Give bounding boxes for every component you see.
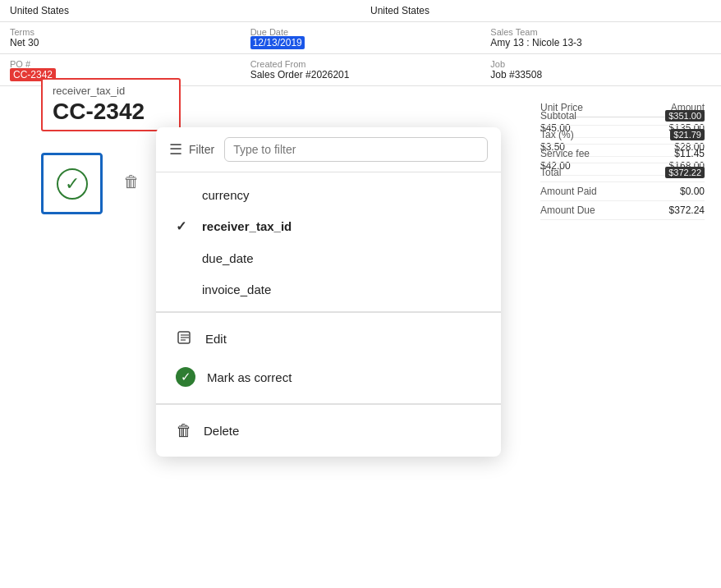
amount-due-label: Amount Due	[540, 204, 595, 216]
due-date-highlight: 12/13/2019	[250, 36, 305, 49]
total-value: $372.22	[665, 167, 705, 178]
amount-paid-value: $0.00	[680, 186, 705, 197]
edit-icon	[176, 329, 194, 347]
terms-cell: Terms Net 30	[0, 22, 241, 53]
receiver-tax-id-label: receiver_tax_id	[53, 85, 125, 97]
delete-label: Delete	[204, 424, 239, 438]
filter-icon: ☰	[169, 140, 182, 158]
delete-icon: 🗑	[176, 421, 192, 440]
filter-label: Filter	[189, 143, 214, 156]
us-cell-2: United States	[360, 0, 721, 21]
field-item-receiver-tax-id[interactable]: ✓ receiver_tax_id	[156, 210, 501, 242]
tax-label: Tax (%)	[540, 129, 574, 140]
delete-action[interactable]: 🗑 Delete	[156, 411, 501, 450]
field-list: currency ✓ receiver_tax_id due_date invo…	[156, 172, 501, 312]
check-mark-receiver-tax-id: ✓	[176, 218, 192, 234]
field-item-due-date[interactable]: due_date	[156, 242, 501, 273]
invoice-header-table: United States United States Terms Net 30…	[0, 0, 721, 86]
edit-action[interactable]: Edit	[156, 319, 501, 357]
mark-correct-icon: ✓	[176, 367, 195, 387]
edit-label: Edit	[205, 332, 227, 346]
check-mark-due-date	[176, 250, 192, 265]
amount-paid-row: Amount Paid $0.00	[540, 182, 705, 201]
field-label-due-date: due_date	[202, 251, 254, 265]
field-item-invoice-date[interactable]: invoice_date	[156, 273, 501, 305]
subtotal-value: $351.00	[665, 110, 705, 122]
service-fee-label: Service fee	[540, 148, 590, 159]
check-mark-invoice-date	[176, 282, 192, 296]
job-cell: Job Job #33508	[480, 54, 721, 85]
mark-correct-button[interactable]: ✓	[41, 153, 103, 214]
due-date-cell: Due Date 12/13/2019	[241, 22, 481, 53]
mark-as-correct-action[interactable]: ✓ Mark as correct	[156, 357, 501, 397]
receiver-tax-id-value: CC-2342	[53, 99, 169, 125]
delete-section: 🗑 Delete	[156, 405, 501, 457]
amount-due-value: $372.24	[669, 204, 705, 216]
service-fee-row: Service fee $11.45	[540, 145, 705, 163]
field-label-receiver-tax-id: receiver_tax_id	[202, 219, 292, 233]
receiver-tax-id-box: receiver_tax_id CC-2342	[41, 78, 181, 131]
total-label: Total	[540, 167, 561, 178]
delete-small-button[interactable]: 🗑	[123, 172, 140, 191]
terms-due-date-row: Terms Net 30 Due Date 12/13/2019 Sales T…	[0, 22, 721, 54]
created-from-cell: Created From Sales Order #2026201	[241, 54, 481, 85]
amount-due-row: Amount Due $372.24	[540, 201, 705, 220]
amount-summary-table: Subtotal $351.00 Tax (%) $21.79 Service …	[540, 107, 705, 220]
field-label-invoice-date: invoice_date	[202, 283, 271, 296]
tax-value: $21.79	[670, 129, 705, 140]
amount-paid-label: Amount Paid	[540, 186, 597, 197]
subtotal-row: Subtotal $351.00	[540, 107, 705, 126]
check-circle-icon: ✓	[57, 168, 88, 200]
subtotal-label: Subtotal	[540, 110, 576, 122]
check-mark-currency	[176, 187, 192, 202]
service-fee-value: $11.45	[674, 148, 705, 159]
actions-section: Edit ✓ Mark as correct	[156, 313, 501, 404]
tax-row: Tax (%) $21.79	[540, 126, 705, 145]
sales-team-cell: Sales Team Amy 13 : Nicole 13-3	[480, 22, 721, 53]
field-item-currency[interactable]: currency	[156, 179, 501, 210]
field-label-currency: currency	[202, 188, 250, 202]
filter-input[interactable]	[224, 137, 488, 162]
united-states-row: United States United States	[0, 0, 721, 22]
context-menu: ☰ Filter currency ✓ receiver_tax_id due_…	[156, 127, 501, 457]
mark-correct-label: Mark as correct	[207, 370, 292, 384]
filter-bar: ☰ Filter	[156, 127, 501, 172]
us-cell-1: United States	[0, 0, 360, 21]
total-row: Total $372.22	[540, 163, 705, 182]
